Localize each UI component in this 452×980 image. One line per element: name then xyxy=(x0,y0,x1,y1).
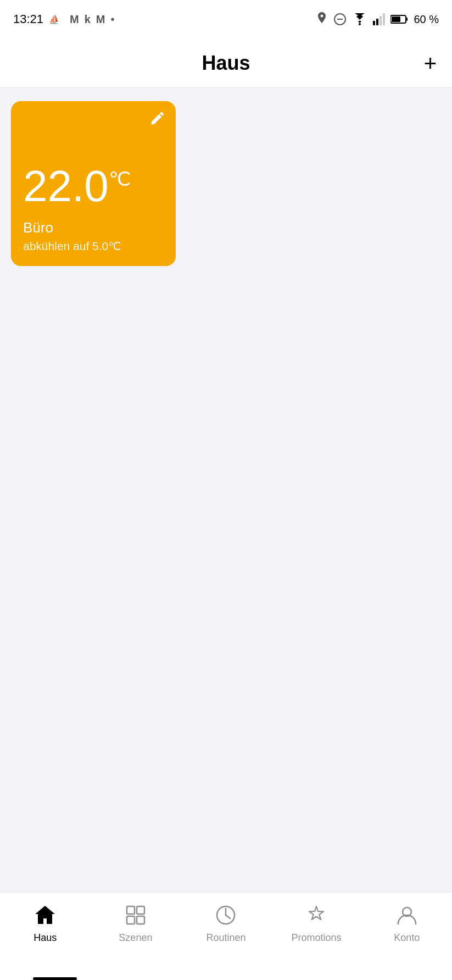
nav-label-konto: Konto xyxy=(394,932,420,944)
pencil-icon xyxy=(149,110,166,126)
device-name: Büro xyxy=(23,219,164,236)
home-icon xyxy=(32,903,58,928)
wifi-icon xyxy=(352,13,367,25)
location-icon xyxy=(316,12,328,26)
battery-icon xyxy=(390,14,408,24)
status-bar: 13:21 ⛵ M k M • xyxy=(0,0,452,38)
device-temperature: 22.0℃ xyxy=(23,164,164,208)
edit-button[interactable] xyxy=(149,110,166,128)
page-title: Haus xyxy=(202,52,250,75)
m2-icon: M xyxy=(96,13,105,26)
dnd-icon xyxy=(333,13,347,26)
svg-line-17 xyxy=(226,915,230,918)
nav-label-szenen: Szenen xyxy=(119,932,152,944)
status-left: 13:21 ⛵ M k M • xyxy=(13,12,115,26)
nav-item-konto[interactable]: Konto xyxy=(380,903,434,944)
scenes-icon xyxy=(123,903,148,928)
status-right: 60 % xyxy=(316,12,439,26)
dji-icon: ⛵ xyxy=(49,14,64,25)
nav-label-promotions: Promotions xyxy=(292,932,342,944)
gmail-icon: M xyxy=(70,13,79,26)
nav-label-routinen: Routinen xyxy=(206,932,245,944)
bottom-nav: Haus Szenen Routinen xyxy=(0,892,452,980)
nav-label-haus: Haus xyxy=(34,932,57,944)
nav-item-routinen[interactable]: Routinen xyxy=(198,903,253,944)
svg-rect-13 xyxy=(127,916,135,924)
svg-rect-5 xyxy=(376,19,378,25)
device-status: abkühlen auf 5.0℃ xyxy=(23,240,164,253)
svg-rect-10 xyxy=(392,16,400,22)
svg-rect-4 xyxy=(373,21,375,25)
svg-point-3 xyxy=(359,23,361,25)
status-time: 13:21 xyxy=(13,12,43,26)
account-icon xyxy=(394,903,420,928)
dot-indicator: • xyxy=(111,13,115,26)
svg-text:⛵: ⛵ xyxy=(49,14,60,25)
add-button[interactable]: + xyxy=(424,52,437,74)
svg-rect-11 xyxy=(127,906,135,914)
svg-rect-9 xyxy=(406,18,408,21)
nav-active-indicator xyxy=(33,977,77,980)
svg-rect-12 xyxy=(137,906,144,914)
signal-icon xyxy=(373,13,385,25)
nav-item-promotions[interactable]: Promotions xyxy=(289,903,344,944)
nav-item-szenen[interactable]: Szenen xyxy=(108,903,163,944)
routines-icon xyxy=(213,903,238,928)
k-icon: k xyxy=(85,13,91,26)
nav-item-haus[interactable]: Haus xyxy=(18,903,72,944)
svg-rect-6 xyxy=(380,16,382,25)
device-card-buero[interactable]: 22.0℃ Büro abkühlen auf 5.0℃ xyxy=(11,101,176,266)
promotions-icon xyxy=(304,903,329,928)
svg-rect-7 xyxy=(383,13,385,25)
battery-percentage: 60 % xyxy=(414,13,439,26)
main-content: 22.0℃ Büro abkühlen auf 5.0℃ xyxy=(0,88,452,279)
header: Haus + xyxy=(0,38,452,88)
svg-rect-14 xyxy=(137,916,144,924)
